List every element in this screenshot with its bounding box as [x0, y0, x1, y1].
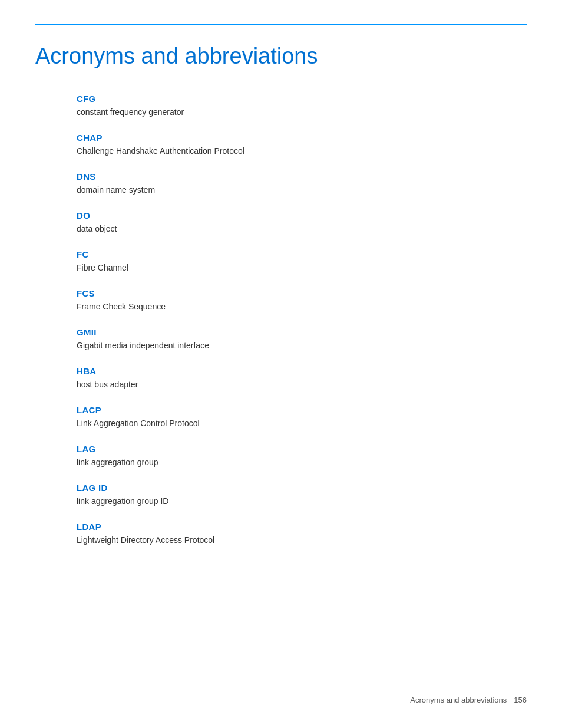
acronym-definition: Link Aggregation Control Protocol	[77, 417, 527, 430]
footer: Acronyms and abbreviations 156	[410, 696, 527, 704]
acronym-definition: domain name system	[77, 184, 527, 196]
list-item: DNSdomain name system	[77, 172, 527, 196]
acronym-definition: Lightweight Directory Access Protocol	[77, 534, 527, 546]
list-item: GMIIGigabit media independent interface	[77, 327, 527, 352]
acronym-term: DNS	[77, 172, 527, 182]
acronym-definition: link aggregation group ID	[77, 495, 527, 508]
acronym-term: CHAP	[77, 133, 527, 143]
list-item: FCFibre Channel	[77, 249, 527, 274]
acronym-term: DO	[77, 210, 527, 220]
acronym-definition: Challenge Handshake Authentication Proto…	[77, 145, 527, 157]
list-item: LACPLink Aggregation Control Protocol	[77, 405, 527, 430]
acronym-term: FCS	[77, 288, 527, 298]
list-item: LDAPLightweight Directory Access Protoco…	[77, 522, 527, 546]
acronym-definition: Fibre Channel	[77, 262, 527, 274]
acronym-definition: data object	[77, 223, 527, 235]
acronym-term: LAG ID	[77, 483, 527, 493]
footer-page-number: 156	[514, 696, 527, 704]
acronym-definition: Frame Check Sequence	[77, 301, 527, 313]
page: Acronyms and abbreviations CFGconstant f…	[0, 0, 562, 728]
acronym-list: CFGconstant frequency generatorCHAPChall…	[77, 94, 527, 546]
acronym-term: CFG	[77, 94, 527, 104]
list-item: HBAhost bus adapter	[77, 366, 527, 391]
acronym-term: GMII	[77, 327, 527, 337]
list-item: LAG IDlink aggregation group ID	[77, 483, 527, 508]
acronym-term: HBA	[77, 366, 527, 376]
acronym-definition: host bus adapter	[77, 378, 527, 391]
list-item: DOdata object	[77, 210, 527, 235]
acronym-term: LAG	[77, 444, 527, 454]
acronym-definition: link aggregation group	[77, 456, 527, 469]
page-title: Acronyms and abbreviations	[35, 43, 527, 70]
list-item: CHAPChallenge Handshake Authentication P…	[77, 133, 527, 157]
list-item: LAGlink aggregation group	[77, 444, 527, 469]
footer-label: Acronyms and abbreviations	[410, 696, 507, 704]
list-item: FCSFrame Check Sequence	[77, 288, 527, 313]
list-item: CFGconstant frequency generator	[77, 94, 527, 118]
top-border	[35, 24, 527, 25]
acronym-term: LACP	[77, 405, 527, 415]
acronym-term: FC	[77, 249, 527, 259]
acronym-definition: Gigabit media independent interface	[77, 340, 527, 352]
acronym-definition: constant frequency generator	[77, 106, 527, 118]
acronym-term: LDAP	[77, 522, 527, 532]
